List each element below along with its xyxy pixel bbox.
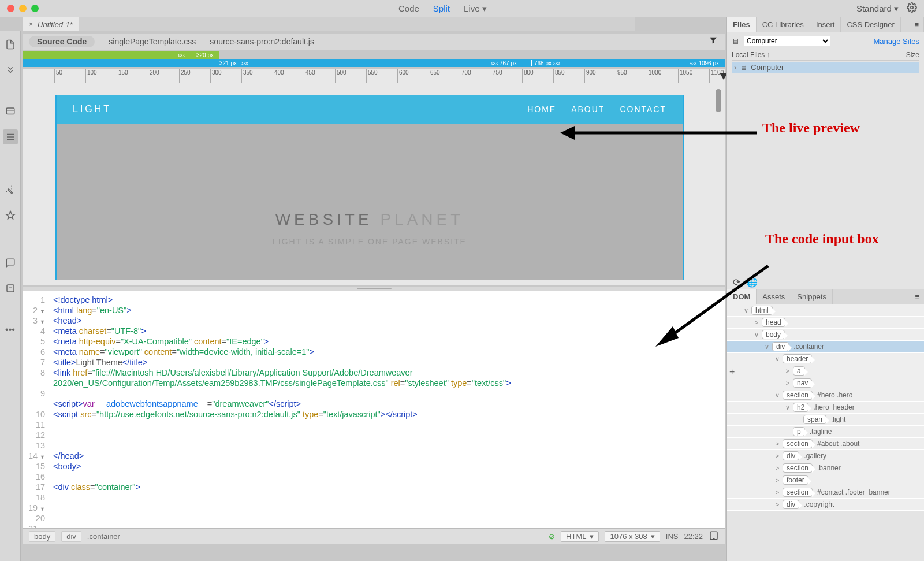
preview-nav-about[interactable]: ABOUT [571, 105, 605, 114]
format-icon[interactable] [3, 208, 18, 223]
language-select[interactable]: HTML ▾ [561, 531, 599, 542]
dom-node[interactable]: ∨section#hero .hero [727, 389, 924, 402]
preview-logo[interactable]: LIGHT [73, 104, 111, 114]
insert-mode[interactable]: INS [666, 532, 679, 541]
manage-sites-link[interactable]: Manage Sites [874, 37, 920, 46]
filter-icon[interactable] [709, 36, 718, 47]
preview-nav-contact[interactable]: CONTACT [620, 105, 666, 114]
dom-node[interactable]: >section.banner [727, 462, 924, 474]
window-controls [7, 5, 39, 12]
tab-files[interactable]: Files [727, 17, 757, 32]
document-tabs: × Untitled-1* [23, 17, 635, 31]
settings-icon[interactable] [907, 2, 917, 14]
files-panel-body: 🖥 Computer Manage Sites Local Files ↑ Si… [727, 32, 924, 76]
preview-hero-heading: WEBSITE PLANET [57, 210, 683, 229]
file-management-icon[interactable] [3, 37, 18, 52]
inspect-icon[interactable] [3, 129, 18, 144]
preview-hero: WEBSITE PLANET LIGHT IS A SIMPLE ONE PAG… [57, 210, 683, 246]
add-element-icon[interactable]: + [729, 367, 735, 377]
dom-node[interactable]: >div.copyright [727, 499, 924, 511]
code-editor[interactable]: 12345678 9 101112131415161718192021 <!do… [23, 291, 725, 528]
svg-rect-6 [7, 285, 14, 292]
close-tab-icon[interactable]: × [29, 20, 33, 28]
svg-marker-11 [560, 126, 575, 140]
dom-node[interactable]: p.tagline [727, 426, 924, 438]
related-files-bar: Source Code singlePageTemplate.css sourc… [23, 34, 725, 50]
expand-collapse-icon[interactable] [3, 62, 18, 77]
drive-icon: 🖥 [732, 37, 739, 46]
col-size[interactable]: Size [906, 51, 919, 59]
document-tab[interactable]: × Untitled-1* [23, 17, 79, 31]
related-file[interactable]: singlePageTemplate.css [109, 37, 196, 46]
dom-node[interactable]: ∨header [727, 353, 924, 365]
tag-crumb-class: .container [87, 532, 120, 541]
tag-crumb[interactable]: div [61, 531, 81, 542]
file-row[interactable]: › 🖥 Computer [732, 62, 919, 73]
titlebar: Code Split Live ▾ Standard ▾ [0, 0, 924, 17]
live-preview-pane: LIGHT HOME ABOUT CONTACT WEBSITE PLANET … [23, 83, 725, 285]
dom-node[interactable]: >footer [727, 474, 924, 486]
svg-marker-13 [655, 326, 679, 347]
dom-node[interactable]: >section#about .about [727, 438, 924, 450]
preview-tagline: LIGHT IS A SIMPLE ONE PAGE WEBSITE [57, 237, 683, 246]
arrow-icon [560, 121, 762, 144]
cursor-position: 22:22 [684, 532, 703, 541]
breakpoint-bar-small[interactable]: «‹‹320 px [23, 51, 219, 59]
annotation-code-box: The code input box [765, 231, 904, 247]
tag-crumb[interactable]: body [29, 531, 55, 542]
svg-rect-1 [6, 108, 14, 114]
view-mode-switcher: Code Split Live ▾ [398, 3, 487, 14]
status-ok-icon[interactable]: ⊘ [549, 532, 555, 541]
minimize-window-icon[interactable] [19, 5, 27, 12]
related-file[interactable]: source-sans-pro:n2:default.js [210, 37, 314, 46]
maximize-window-icon[interactable] [31, 5, 39, 12]
workspace-switcher[interactable]: Standard ▾ [856, 3, 899, 14]
dom-node[interactable]: >nav [727, 377, 924, 389]
site-select[interactable]: Computer [744, 36, 830, 46]
arrow-icon [647, 260, 774, 352]
dom-node[interactable]: >a [727, 365, 924, 377]
status-bar: body div .container ⊘ HTML ▾ 1076 x 308 … [23, 528, 725, 544]
col-local-files[interactable]: Local Files ↑ [732, 51, 906, 59]
tab-css-designer[interactable]: CSS Designer [841, 17, 900, 32]
dom-node[interactable]: ∨h2.hero_header [727, 402, 924, 414]
dom-node[interactable]: >div.gallery [727, 450, 924, 462]
live-view-options-icon[interactable] [3, 104, 18, 119]
preview-header: LIGHT HOME ABOUT CONTACT [57, 95, 683, 124]
preview-device-icon[interactable] [709, 530, 719, 543]
document-tab-label: Untitled-1* [38, 20, 73, 29]
dom-node[interactable]: >section#contact .footer_banner [727, 486, 924, 499]
ruler: 5010015020025030035040045050055060065070… [23, 69, 725, 83]
left-toolbar: ••• [0, 31, 21, 561]
wand-icon[interactable] [3, 183, 18, 198]
annotation-live-preview: The live preview [762, 120, 860, 136]
tab-insert[interactable]: Insert [810, 17, 841, 32]
preview-nav: HOME ABOUT CONTACT [527, 105, 666, 114]
preview-scrollbar[interactable] [716, 89, 721, 112]
snippets-icon[interactable] [3, 281, 18, 296]
pane-resize-handle[interactable] [23, 287, 725, 291]
comment-icon[interactable] [3, 255, 18, 270]
line-gutter: 12345678 9 101112131415161718192021 [23, 291, 50, 528]
dom-node[interactable]: span.light [727, 414, 924, 426]
tab-snippets[interactable]: Snippets [791, 289, 833, 304]
more-icon[interactable]: ••• [3, 322, 18, 337]
preview-nav-home[interactable]: HOME [527, 105, 556, 114]
files-panel-tabs: Files CC Libraries Insert CSS Designer ≡ [727, 17, 924, 32]
breakpoint-bar-large[interactable]: 321 px››» «‹‹ 767 px 768 px ››» «‹‹ 1096… [23, 59, 725, 67]
view-mode-live[interactable]: Live ▾ [464, 3, 487, 14]
computer-icon: 🖥 [740, 63, 747, 72]
source-code-pill[interactable]: Source Code [29, 36, 95, 47]
code-text[interactable]: <!doctype html> <html lang="en-US"> <hea… [50, 291, 511, 528]
panel-menu-icon[interactable]: ≡ [910, 289, 924, 304]
close-window-icon[interactable] [7, 5, 14, 12]
viewport-size-select[interactable]: 1076 x 308 ▾ [605, 531, 660, 542]
view-mode-split[interactable]: Split [433, 3, 450, 14]
tab-cc-libraries[interactable]: CC Libraries [757, 17, 810, 32]
svg-line-12 [664, 266, 768, 341]
svg-point-0 [911, 6, 914, 9]
panel-menu-icon[interactable]: ≡ [910, 17, 924, 32]
view-mode-code[interactable]: Code [398, 3, 419, 14]
